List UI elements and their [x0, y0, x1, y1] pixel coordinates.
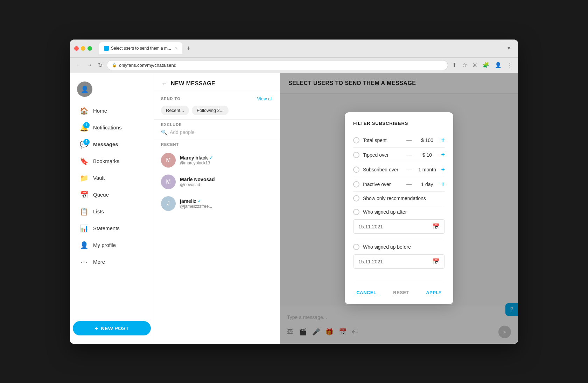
radio-signed-up-after[interactable] — [353, 209, 359, 215]
radio-recommendations[interactable] — [353, 195, 359, 201]
chat-item-jameliz[interactable]: J jameliz ✓ @jamelizzzfree... — [154, 193, 280, 214]
chat-avatar-jameliz: J — [161, 196, 176, 211]
calendar-before-icon: 📅 — [433, 258, 440, 265]
sidebar-item-vault-label: Vault — [93, 175, 105, 181]
back-button[interactable]: ← — [74, 61, 83, 70]
new-tab-button[interactable]: + — [184, 45, 192, 52]
sidebar-item-vault[interactable]: 📁 Vault — [73, 170, 151, 186]
sidebar-item-more[interactable]: ⋯ More — [73, 254, 151, 270]
filter-label-subscribed-over: Subscribed over — [363, 167, 401, 172]
forward-button[interactable]: → — [85, 61, 94, 70]
reset-button[interactable]: RESET — [389, 288, 413, 297]
verified-icon-marcy: ✓ — [209, 155, 213, 160]
panel-title: NEW MESSAGE — [171, 80, 215, 87]
plus-inactive-over[interactable]: + — [441, 180, 445, 188]
date-before-input[interactable]: 15.11.2021 📅 — [353, 254, 445, 269]
new-post-button[interactable]: + NEW POST — [73, 321, 151, 335]
sidebar-item-my-profile-label: My profile — [93, 242, 116, 248]
lists-icon: 📋 — [80, 207, 88, 216]
right-panel: SELECT USERS TO SEND THEM A MESSAGE Type… — [280, 73, 518, 344]
chat-item-marie[interactable]: M Marie Novosad @novosad — [154, 171, 280, 193]
chat-name-jameliz: jameliz ✓ — [180, 198, 273, 204]
view-all-link[interactable]: View all — [257, 96, 273, 101]
chat-avatar-marie: M — [161, 175, 176, 189]
account-icon[interactable]: 👤 — [493, 61, 503, 70]
sidebar-bottom: + NEW POST — [70, 318, 154, 338]
minus-inactive-over[interactable]: — — [405, 181, 413, 187]
share-icon[interactable]: ⬆ — [451, 61, 458, 70]
modal-overlay[interactable]: FILTER SUBSCRIBERS Total spent — $ 100 +… — [280, 73, 518, 344]
sidebar-item-lists[interactable]: 📋 Lists — [73, 203, 151, 220]
radio-signed-up-before[interactable] — [353, 244, 359, 250]
statements-icon: 📊 — [80, 224, 88, 233]
center-panel: ← NEW MESSAGE SEND TO View all Recent...… — [154, 73, 280, 344]
date-after-input[interactable]: 15.11.2021 📅 — [353, 219, 445, 234]
chat-info-jameliz: jameliz ✓ @jamelizzzfree... — [180, 198, 273, 209]
maximize-window-button[interactable] — [88, 46, 92, 51]
active-tab[interactable]: Select users to send them a m... ✕ — [99, 42, 182, 54]
sidebar-item-lists-label: Lists — [93, 208, 104, 214]
profile-icon[interactable]: ⚔ — [471, 61, 478, 70]
filter-label-total-spent: Total spent — [363, 137, 401, 143]
chat-name-marie: Marie Novosad — [180, 177, 273, 182]
chat-info-marie: Marie Novosad @novosad — [180, 177, 273, 187]
vault-icon: 📁 — [80, 174, 88, 182]
filter-row-signed-up-after: Who signed up after 15.11.2021 📅 — [353, 205, 445, 240]
chip-recent[interactable]: Recent... — [161, 106, 189, 115]
app-content: 👤 🏠 Home 🔔 1 Notifications 💬 2 Messages — [70, 73, 518, 344]
close-window-button[interactable] — [74, 46, 79, 51]
add-people-row[interactable]: 🔍 Add people — [161, 129, 273, 135]
filter-label-signed-up-before: Who signed up before — [363, 244, 445, 250]
tab-close-icon[interactable]: ✕ — [175, 47, 177, 50]
sidebar-nav: 🏠 Home 🔔 1 Notifications 💬 2 Messages 🔖 … — [70, 102, 154, 318]
minus-subscribed-over[interactable]: — — [405, 166, 413, 173]
minimize-window-button[interactable] — [81, 46, 85, 51]
sidebar-item-queue-label: Queue — [93, 192, 109, 198]
back-arrow-icon[interactable]: ← — [161, 80, 167, 87]
sidebar-item-statements[interactable]: 📊 Statements — [73, 220, 151, 237]
search-icon: 🔍 — [161, 129, 167, 135]
browser-actions: ⬆ ☆ ⚔ 🧩 👤 ⋮ — [451, 61, 514, 70]
minus-tipped-over[interactable]: — — [405, 152, 413, 158]
sidebar-item-more-label: More — [93, 259, 105, 265]
sidebar-item-bookmarks[interactable]: 🔖 Bookmarks — [73, 153, 151, 170]
send-to-label: SEND TO — [161, 97, 181, 101]
messages-badge: 2 — [83, 139, 90, 145]
profile-nav-icon: 👤 — [80, 241, 88, 249]
title-bar: Select users to send them a m... ✕ + ▼ — [70, 40, 518, 58]
plus-tipped-over[interactable]: + — [441, 151, 445, 158]
radio-tipped-over[interactable] — [353, 152, 359, 158]
extensions-icon[interactable]: 🧩 — [481, 61, 491, 70]
radio-subscribed-over[interactable] — [353, 166, 359, 173]
chat-item-marcy[interactable]: M Marcy black ✓ @marcyblack13 — [154, 149, 280, 171]
browser-menu-chevron[interactable]: ▼ — [507, 46, 514, 51]
chip-following[interactable]: Following 2... — [192, 106, 229, 115]
sidebar-item-messages[interactable]: 💬 2 Messages — [73, 136, 151, 153]
cancel-button[interactable]: CANCEL — [352, 288, 380, 297]
refresh-button[interactable]: ↻ — [97, 61, 104, 70]
filter-row-recommendations: Show only recommendations — [353, 192, 445, 205]
chat-avatar-marcy: M — [161, 153, 176, 168]
plus-subscribed-over[interactable]: + — [441, 166, 445, 173]
new-post-plus-icon: + — [95, 325, 98, 331]
sidebar-item-my-profile[interactable]: 👤 My profile — [73, 237, 151, 254]
filter-row-total-spent: Total spent — $ 100 + — [353, 133, 445, 148]
apply-button[interactable]: APPLY — [422, 288, 446, 297]
avatar: 👤 — [77, 81, 92, 97]
radio-total-spent[interactable] — [353, 137, 359, 143]
plus-total-spent[interactable]: + — [441, 136, 445, 144]
verified-icon-jameliz: ✓ — [198, 199, 201, 204]
user-avatar-area[interactable]: 👤 — [70, 79, 154, 100]
sidebar-item-home[interactable]: 🏠 Home — [73, 102, 151, 119]
sidebar-item-queue[interactable]: 📅 Queue — [73, 186, 151, 203]
menu-icon[interactable]: ⋮ — [506, 61, 514, 70]
minus-total-spent[interactable]: — — [405, 137, 413, 143]
sidebar-item-bookmarks-label: Bookmarks — [93, 158, 119, 164]
queue-icon: 📅 — [80, 191, 88, 199]
radio-inactive-over[interactable] — [353, 181, 359, 187]
bookmark-icon: 🔖 — [80, 157, 88, 165]
sidebar-item-notifications[interactable]: 🔔 1 Notifications — [73, 119, 151, 136]
url-bar[interactable]: 🔒 onlyfans.com/my/chats/send — [107, 60, 448, 70]
bookmark-star-icon[interactable]: ☆ — [461, 61, 468, 70]
sidebar: 👤 🏠 Home 🔔 1 Notifications 💬 2 Messages — [70, 73, 154, 344]
